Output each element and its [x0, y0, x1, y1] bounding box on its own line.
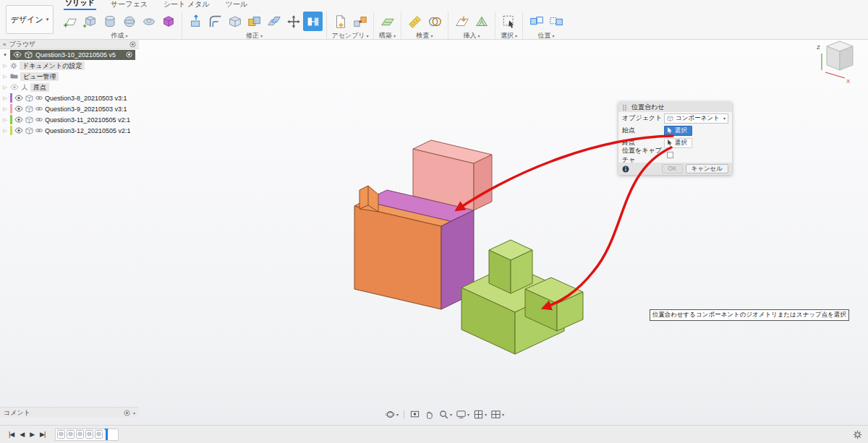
timeline-play-button[interactable]: ▶ — [30, 431, 34, 438]
workspace-menu-button[interactable]: デザイン ▾ — [6, 5, 54, 34]
link-icon — [35, 106, 43, 111]
expander-icon[interactable]: ▷ — [2, 85, 8, 90]
ribbon-group-inspect-label[interactable]: 検査▾ — [416, 32, 433, 40]
ribbon-group-insert-label[interactable]: 挿入▾ — [463, 32, 480, 40]
pan-button[interactable] — [424, 409, 435, 420]
select-icon[interactable] — [499, 12, 519, 31]
revert-position-icon[interactable] — [546, 12, 566, 31]
expander-icon[interactable]: ▾ — [2, 52, 8, 58]
ribbon-group-modify-label[interactable]: 修正▾ — [246, 32, 263, 40]
info-icon[interactable] — [622, 165, 629, 173]
timeline-feature-icon[interactable] — [57, 429, 65, 439]
ribbon-group-construct-label[interactable]: 構築▾ — [379, 32, 396, 40]
orbit-button[interactable]: ▾ — [385, 409, 399, 420]
visibility-eye-icon[interactable] — [14, 95, 23, 101]
comment-options-icon[interactable] — [124, 410, 130, 416]
browser-row-origin[interactable]: ▷ 原点 — [0, 82, 139, 93]
browser-row-component[interactable]: ▷ Question3-9_20210503 v3:1 — [0, 103, 139, 114]
visibility-eye-icon[interactable] — [13, 51, 22, 58]
timeline-feature-icon[interactable] — [76, 429, 84, 439]
primitive-box-icon[interactable] — [80, 12, 100, 31]
new-component-icon[interactable] — [331, 12, 350, 31]
measure-icon[interactable] — [405, 12, 425, 31]
move-copy-icon[interactable] — [284, 12, 303, 31]
joint-icon[interactable] — [350, 12, 370, 31]
ribbon-group-select-label[interactable]: 選択▾ — [501, 32, 517, 40]
ribbon-group-create-label[interactable]: 作成▾ — [111, 32, 127, 40]
timeline-feature-icon[interactable] — [67, 429, 75, 439]
root-component-chip[interactable]: Question3-10_20210505 v5 — [10, 50, 135, 60]
timeline-track[interactable] — [55, 429, 119, 441]
start-point-select-button[interactable]: 選択 — [664, 126, 692, 136]
press-pull-icon[interactable] — [186, 12, 205, 31]
object-type-dropdown[interactable]: コンポーネント ▾ — [664, 113, 728, 124]
timeline-go-to-end-button[interactable]: ▶| — [40, 431, 45, 438]
shell-icon[interactable] — [225, 12, 244, 31]
tab-solid[interactable]: ソリッド — [64, 0, 96, 10]
link-icon — [35, 95, 43, 100]
combine-icon[interactable] — [244, 12, 264, 31]
browser-row-component[interactable]: ▷ Question3-8_20210503 v3:1 — [0, 93, 139, 103]
timeline-go-to-start-button[interactable]: |◀ — [9, 431, 14, 438]
expander-icon[interactable]: ▷ — [2, 106, 8, 112]
grid-settings-button[interactable]: ▾ — [473, 409, 487, 420]
tab-surface[interactable]: サーフェス — [109, 0, 149, 10]
create-form-icon[interactable] — [158, 12, 178, 31]
primitive-cylinder-icon[interactable] — [100, 12, 119, 31]
ribbon-group-assemble-label[interactable]: アセンブリ▾ — [331, 32, 368, 40]
start-point-label: 始点 — [622, 126, 664, 135]
align-dialog-titlebar[interactable]: 位置合わせ — [618, 102, 732, 112]
insert-mesh-icon[interactable] — [472, 12, 491, 31]
cancel-button[interactable]: キャンセル — [686, 164, 729, 173]
viewports-button[interactable]: ▾ — [490, 409, 504, 420]
interference-icon[interactable] — [425, 12, 444, 31]
timeline-position-marker[interactable] — [106, 429, 108, 440]
timeline-step-back-button[interactable]: ◀ — [20, 431, 24, 438]
ok-button[interactable]: OK — [662, 164, 682, 173]
viewcube-x-label: X — [846, 78, 851, 85]
primitive-sphere-icon[interactable] — [119, 12, 139, 31]
settings-gear-icon[interactable] — [853, 430, 862, 439]
expander-icon[interactable]: ▷ — [2, 117, 8, 123]
visibility-eye-icon[interactable] — [14, 116, 23, 123]
visibility-eye-icon[interactable] — [14, 106, 23, 112]
end-point-select-button[interactable]: 選択 — [664, 138, 692, 148]
tab-sheet-metal[interactable]: シート メタル — [162, 0, 211, 10]
zoom-button[interactable]: ▾ — [438, 409, 452, 420]
timeline-feature-icon[interactable] — [85, 429, 93, 439]
display-options-icon[interactable] — [129, 41, 136, 48]
browser-row-component[interactable]: ▷ Question3-12_20210505 v2:1 — [0, 125, 139, 136]
insert-canvas-icon[interactable] — [452, 12, 472, 31]
capture-position-checkbox[interactable] — [667, 152, 673, 158]
tab-tools[interactable]: ツール — [224, 0, 249, 10]
expander-icon[interactable]: ▷ — [2, 95, 8, 101]
expander-icon[interactable]: ▷ — [2, 128, 8, 134]
timeline-feature-icon[interactable] — [95, 429, 103, 439]
browser-row-view-management[interactable]: ▷ ビュー管理 — [0, 71, 139, 82]
model-right-green-block[interactable] — [461, 240, 583, 354]
browser-root-row[interactable]: ▾ Question3-10_20210505 v5 — [0, 49, 139, 60]
ribbon-group-position-label[interactable]: 位置▾ — [537, 32, 554, 40]
display-settings-button[interactable]: ▾ — [456, 409, 469, 420]
create-sketch-icon[interactable] — [61, 12, 80, 31]
browser-row-component[interactable]: ▷ Question3-11_20210505 v2:1 — [0, 114, 139, 125]
primitive-torus-icon[interactable] — [139, 12, 158, 31]
capture-position-icon[interactable] — [527, 12, 546, 31]
collapse-panel-icon[interactable]: « — [3, 41, 6, 48]
browser-row-document-settings[interactable]: ▷ ドキュメントの設定 — [0, 60, 139, 71]
pan-hand-icon — [424, 409, 435, 420]
visibility-eye-icon[interactable] — [14, 127, 23, 134]
activate-radio-icon[interactable] — [126, 51, 132, 58]
viewcube[interactable]: Z X — [817, 41, 853, 85]
expander-icon[interactable]: ▷ — [2, 74, 8, 79]
expander-icon[interactable]: ▷ — [2, 63, 8, 69]
component-color-bar — [10, 126, 12, 135]
look-at-button[interactable] — [409, 409, 420, 420]
comment-panel[interactable]: コメント ▾ — [0, 407, 139, 418]
fillet-icon[interactable] — [205, 12, 225, 31]
align-icon[interactable] — [303, 12, 323, 31]
drag-grip-icon[interactable] — [622, 104, 628, 111]
visibility-eye-icon[interactable] — [10, 84, 19, 90]
construction-plane-icon[interactable] — [378, 12, 397, 31]
offset-face-icon[interactable] — [264, 12, 284, 31]
